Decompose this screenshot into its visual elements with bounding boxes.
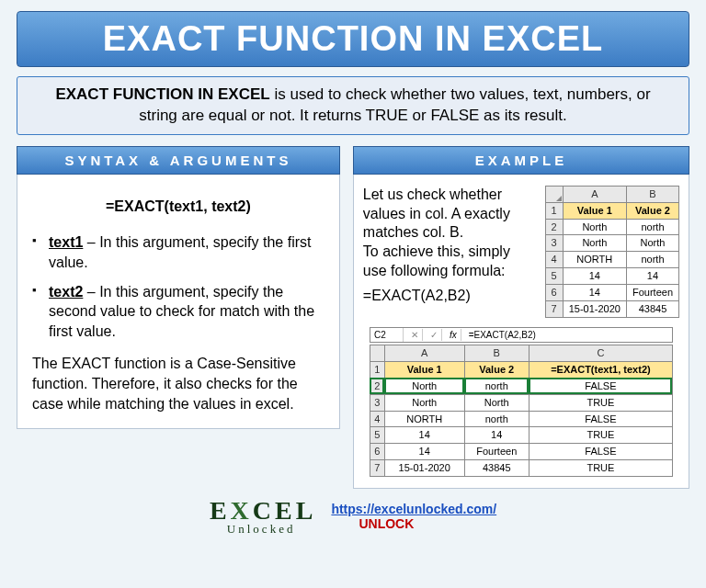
fx-icon: fx (446, 329, 461, 342)
formula-bar: C2 ✕ ✓ fx =EXACT(A2,B2) (370, 327, 673, 344)
footer-url-link[interactable]: https://excelunlocked.com/ (331, 502, 496, 516)
syntax-note: The EXACT function is a Case-Sensitive f… (32, 354, 325, 413)
arg-text2: text2 – In this argument, specify the se… (32, 282, 325, 342)
description-bar: EXACT FUNCTION IN EXCEL is used to check… (17, 76, 689, 135)
title-bar: EXACT FUNCTION IN EXCEL (17, 11, 689, 67)
syntax-formula: =EXACT(text1, text2) (32, 197, 325, 217)
logo: EXCEL Unlocked (210, 496, 313, 537)
cell-reference: C2 (370, 328, 404, 343)
page-title: EXACT FUNCTION IN EXCEL (17, 19, 689, 59)
example-formula: =EXACT(A2,B2) (363, 287, 536, 306)
example-table-input: AB 1Value 1Value 2 2Northnorth 3NorthNor… (545, 186, 679, 318)
example-intro: Let us check whether values in col. A ex… (363, 186, 536, 318)
formula-bar-x-icon: ✕ (407, 329, 423, 342)
example-table-result: ABC 1Value 1Value 2=EXACT(text1, text2) … (370, 345, 673, 477)
example-heading: EXAMPLE (353, 146, 689, 175)
formula-bar-text: =EXACT(A2,B2) (465, 328, 672, 343)
syntax-heading: SYNTAX & ARGUMENTS (17, 146, 340, 175)
syntax-section: SYNTAX & ARGUMENTS =EXACT(text1, text2) … (17, 146, 340, 489)
footer: EXCEL Unlocked https://excelunlocked.com… (17, 496, 689, 537)
example-section: EXAMPLE Let us check whether values in c… (353, 146, 689, 489)
footer-unlock: UNLOCK (359, 516, 414, 531)
arg-text1: text1 – In this argument, specify the fi… (32, 232, 325, 272)
description-lead: EXACT FUNCTION IN EXCEL (55, 85, 269, 103)
argument-list: text1 – In this argument, specify the fi… (32, 232, 325, 341)
formula-bar-check-icon: ✓ (427, 329, 442, 342)
